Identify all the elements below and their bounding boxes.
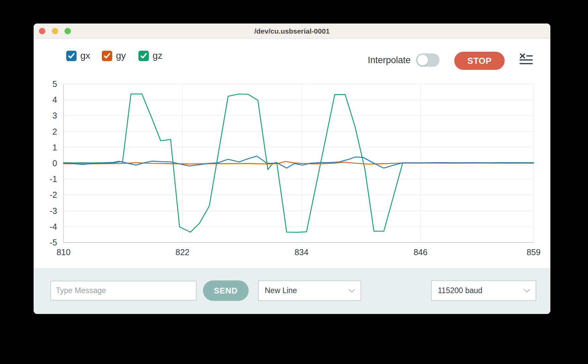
send-button[interactable]: SEND bbox=[203, 280, 249, 301]
gy-checkbox[interactable] bbox=[102, 51, 112, 61]
svg-text:5: 5 bbox=[52, 79, 57, 89]
message-input[interactable] bbox=[50, 281, 197, 301]
svg-text:2: 2 bbox=[52, 127, 57, 136]
legend-item-gx[interactable]: gx bbox=[66, 49, 90, 62]
gy-label: gy bbox=[116, 50, 126, 61]
baud-rate-select[interactable]: 115200 baud bbox=[431, 280, 536, 301]
svg-text:-5: -5 bbox=[50, 238, 57, 247]
line-chart: 543210-1-2-3-4-5810822834846859 bbox=[34, 72, 550, 267]
chevron-down-icon bbox=[523, 289, 530, 293]
svg-text:3: 3 bbox=[52, 111, 57, 120]
check-icon bbox=[67, 51, 76, 60]
series-gx bbox=[64, 156, 534, 168]
svg-text:859: 859 bbox=[527, 247, 541, 257]
svg-text:-4: -4 bbox=[50, 222, 57, 231]
baud-rate-value: 115200 baud bbox=[438, 286, 482, 295]
svg-text:-1: -1 bbox=[50, 174, 57, 184]
svg-text:1: 1 bbox=[52, 143, 57, 152]
svg-text:822: 822 bbox=[175, 247, 190, 257]
window-title: /dev/cu.usbserial-0001 bbox=[34, 24, 550, 39]
toggle-knob bbox=[417, 55, 428, 65]
legend-item-gz[interactable]: gz bbox=[138, 49, 163, 62]
gz-checkbox[interactable] bbox=[138, 51, 149, 61]
gx-label: gx bbox=[80, 50, 90, 61]
interpolate-toggle[interactable] bbox=[416, 53, 439, 67]
interpolate-label: Interpolate bbox=[368, 55, 411, 65]
svg-text:-2: -2 bbox=[50, 190, 57, 199]
app-window: /dev/cu.usbserial-0001 gx gy bbox=[34, 24, 550, 314]
check-icon bbox=[139, 51, 148, 60]
plot-area: 543210-1-2-3-4-5810822834846859 bbox=[34, 72, 550, 267]
list-x-icon bbox=[519, 53, 533, 66]
svg-text:-3: -3 bbox=[50, 206, 57, 216]
svg-text:0: 0 bbox=[52, 158, 57, 168]
gz-label: gz bbox=[153, 50, 163, 61]
line-ending-select[interactable]: New Line bbox=[258, 280, 361, 301]
check-icon bbox=[102, 51, 112, 60]
svg-text:846: 846 bbox=[414, 247, 428, 257]
chevron-down-icon bbox=[348, 289, 355, 293]
svg-text:4: 4 bbox=[52, 95, 57, 104]
stop-button[interactable]: STOP bbox=[454, 52, 505, 70]
svg-text:834: 834 bbox=[294, 247, 308, 257]
svg-text:810: 810 bbox=[56, 247, 71, 257]
line-ending-value: New Line bbox=[265, 286, 297, 295]
clear-log-icon[interactable] bbox=[519, 53, 533, 66]
legend-item-gy[interactable]: gy bbox=[102, 49, 126, 62]
title-bar: /dev/cu.usbserial-0001 bbox=[34, 24, 550, 39]
gx-checkbox[interactable] bbox=[66, 51, 77, 61]
message-bar: SEND New Line 115200 baud bbox=[34, 268, 550, 314]
